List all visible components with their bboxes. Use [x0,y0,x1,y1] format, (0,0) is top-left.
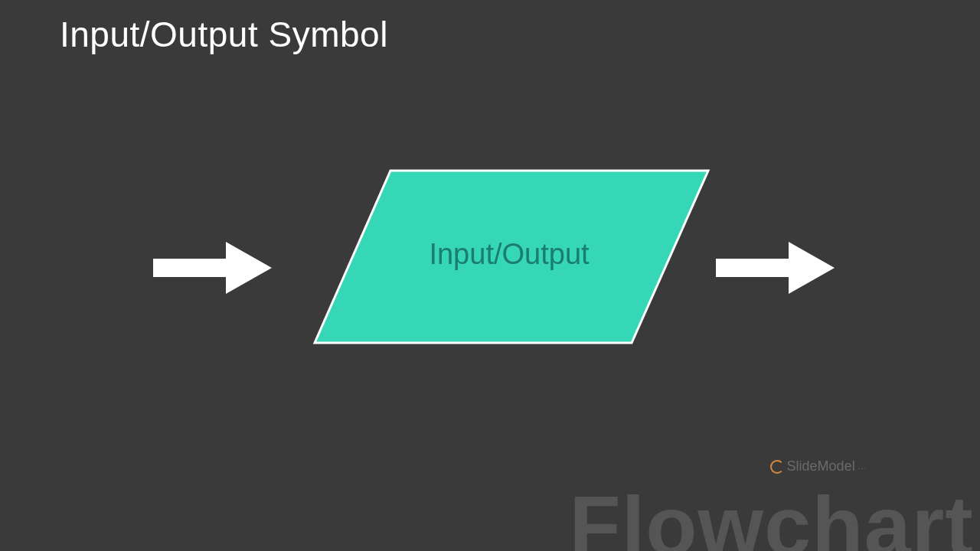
watermark-footer-word: Flowchart [570,484,975,551]
svg-marker-2 [716,242,835,294]
diagram-container: Input/Output [0,168,980,352]
arrow-left-icon [153,237,276,302]
arrow-right-icon [716,237,838,302]
slide-title: Input/Output Symbol [60,14,388,55]
brand-text: SlideModel [787,458,855,474]
brand-dots-icon: ... [858,462,867,471]
watermark-brand: SlideModel ... [770,458,867,474]
svg-marker-0 [153,242,272,294]
brand-ring-icon [770,460,784,474]
io-shape-label: Input/Output [310,168,708,344]
